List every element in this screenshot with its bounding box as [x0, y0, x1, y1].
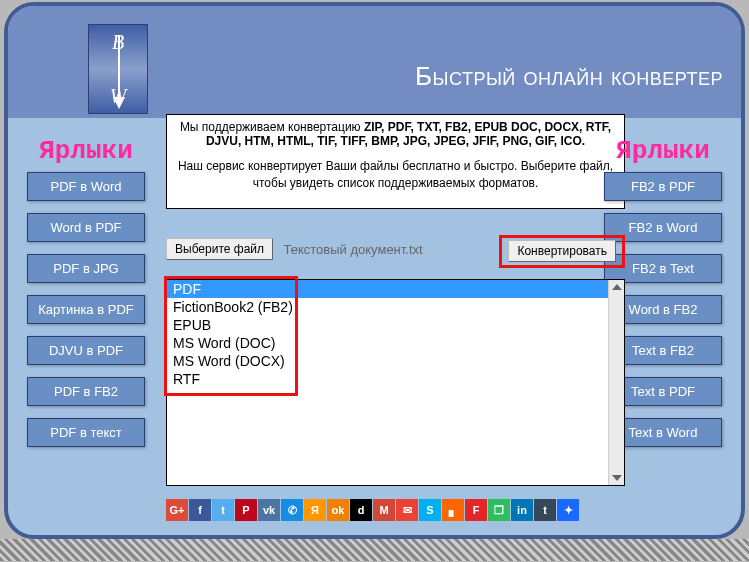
share-icon[interactable]: ▖ [442, 499, 464, 521]
sidebar-right-title: Ярлыки [598, 136, 728, 166]
sidebar-left: Ярлыки PDF в WordWord в PDFPDF в JPGКарт… [21, 136, 151, 459]
footer-pattern [0, 539, 749, 561]
shortcut-left-3[interactable]: Картинка в PDF [27, 295, 145, 324]
site-title: Быстрый онлайн конвертер [415, 61, 723, 92]
format-listbox[interactable]: PDFFictionBook2 (FB2)EPUBMS Word (DOC)MS… [166, 279, 625, 486]
share-icon[interactable]: ✆ [281, 499, 303, 521]
share-icon[interactable]: S [419, 499, 441, 521]
share-icon[interactable]: F [465, 499, 487, 521]
share-icon[interactable]: P [235, 499, 257, 521]
info-panel: Мы поддерживаем конвертацию ZIP, PDF, TX… [166, 114, 625, 209]
share-icon[interactable]: in [511, 499, 533, 521]
format-option[interactable]: MS Word (DOC) [167, 334, 608, 352]
share-icon[interactable]: M [373, 499, 395, 521]
format-option[interactable]: PDF [167, 280, 608, 298]
shortcut-left-2[interactable]: PDF в JPG [27, 254, 145, 283]
share-icon[interactable]: vk [258, 499, 280, 521]
format-option[interactable]: MS Word (DOCX) [167, 352, 608, 370]
convert-button[interactable]: Конвертировать [508, 240, 616, 262]
share-icon[interactable]: t [212, 499, 234, 521]
share-icon[interactable]: t [534, 499, 556, 521]
format-option[interactable]: RTF [167, 370, 608, 388]
info-prefix: Мы поддерживаем конвертацию [180, 120, 364, 134]
share-icon[interactable]: ✦ [557, 499, 579, 521]
shortcut-left-4[interactable]: DJVU в PDF [27, 336, 145, 365]
format-option[interactable]: EPUB [167, 316, 608, 334]
shortcut-left-0[interactable]: PDF в Word [27, 172, 145, 201]
shortcut-left-1[interactable]: Word в PDF [27, 213, 145, 242]
share-icon[interactable]: Я [304, 499, 326, 521]
upload-controls: Выберите файл Текстовый документ.txt Кон… [166, 238, 625, 264]
share-icon[interactable]: G+ [166, 499, 188, 521]
shortcut-left-5[interactable]: PDF в FB2 [27, 377, 145, 406]
share-icon[interactable]: ✉ [396, 499, 418, 521]
share-icon[interactable]: ok [327, 499, 349, 521]
share-icon[interactable]: d [350, 499, 372, 521]
selected-filename: Текстовый документ.txt [284, 242, 423, 257]
format-option[interactable]: FictionBook2 (FB2) [167, 298, 608, 316]
share-icon[interactable]: ❐ [488, 499, 510, 521]
logo-letter-bottom: W [89, 85, 147, 107]
info-line2: Наш сервис конвертирует Ваши файлы беспл… [175, 158, 616, 192]
shortcut-left-6[interactable]: PDF в текст [27, 418, 145, 447]
site-logo: B W [88, 24, 148, 114]
share-bar: G+ftPvk✆ЯokdM✉S▖F❐int✦ [166, 499, 625, 521]
sidebar-left-title: Ярлыки [21, 136, 151, 166]
share-icon[interactable]: f [189, 499, 211, 521]
convert-highlight: Конвертировать [499, 235, 625, 268]
choose-file-button[interactable]: Выберите файл [166, 238, 273, 260]
shortcut-right-0[interactable]: FB2 в PDF [604, 172, 722, 201]
listbox-scrollbar[interactable] [608, 280, 624, 485]
